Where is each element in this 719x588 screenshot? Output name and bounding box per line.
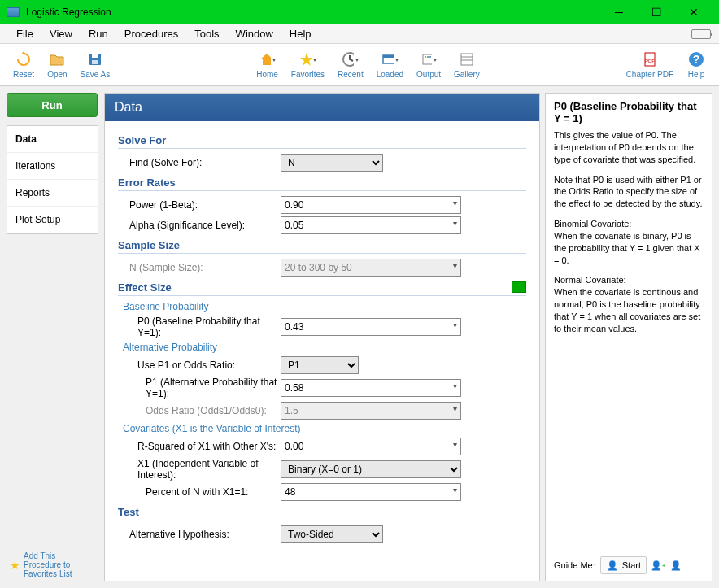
label-x1: X1 (Independent Variable of Interest): <box>118 458 281 481</box>
toolbar-recent-label: Recent <box>338 70 364 79</box>
input-p1[interactable] <box>281 379 461 397</box>
guide-start-label: Start <box>622 560 641 570</box>
menu-window[interactable]: Window <box>228 26 281 41</box>
person-plus-icon[interactable]: 👤+ <box>651 559 665 572</box>
menu-view[interactable]: View <box>41 26 81 41</box>
svg-point-9 <box>429 56 431 58</box>
window-icon: ▾ <box>381 50 399 68</box>
svg-rect-6 <box>423 54 432 64</box>
input-p0[interactable] <box>281 318 461 336</box>
person-icon: 👤 <box>606 559 619 572</box>
maximize-button[interactable]: ☐ <box>638 0 675 24</box>
star-icon: ★ <box>10 559 20 572</box>
label-p1: P1 (Alternative Probability that Y=1): <box>118 377 281 399</box>
person-check-icon[interactable]: 👤 <box>669 559 682 572</box>
add-to-favorites-link[interactable]: ★ Add This Procedure to Favorites List <box>7 548 98 581</box>
help-p4h: Normal Covariate: <box>554 275 626 285</box>
gallery-icon <box>458 50 476 68</box>
star-icon: ▾ <box>298 50 316 68</box>
guide-start-button[interactable]: 👤 Start <box>600 556 647 574</box>
toolbar-help-label: Help <box>688 70 705 79</box>
form-pane: Data Solve For Find (Solve For): N Error… <box>104 93 540 581</box>
label-find: Find (Solve For): <box>118 157 281 168</box>
clock-icon: ▾ <box>342 50 360 68</box>
select-althyp[interactable]: Two-Sided <box>281 525 383 543</box>
toolbar-home[interactable]: ▾ Home <box>250 49 285 81</box>
toolbar-help[interactable]: ? Help <box>680 49 712 81</box>
svg-text:?: ? <box>693 53 700 66</box>
add-to-favorites-label: Add This Procedure to Favorites List <box>24 551 72 578</box>
select-x1[interactable]: Binary (X=0 or 1) <box>281 460 461 478</box>
help-p4: When the covariate is continous and norm… <box>554 287 700 333</box>
input-power[interactable] <box>281 196 461 214</box>
toolbar-gallery[interactable]: Gallery <box>447 49 486 81</box>
output-icon: ▾ <box>420 50 438 68</box>
help-body: This gives the value of P0. The interpre… <box>554 129 704 343</box>
help-p2: Note that P0 is used with either P1 or t… <box>554 174 704 211</box>
help-p1: This gives the value of P0. The interpre… <box>554 129 704 166</box>
form-title: Data <box>105 94 539 121</box>
menu-file[interactable]: File <box>8 26 41 41</box>
toolbar-reset[interactable]: Reset <box>7 49 41 81</box>
menubar: File View Run Procedures Tools Window He… <box>0 24 719 44</box>
svg-rect-1 <box>92 54 98 58</box>
toolbar-output[interactable]: ▾ Output <box>410 49 447 81</box>
section-test: Test <box>118 506 526 520</box>
toolbar-favorites[interactable]: ▾ Favorites <box>285 49 331 81</box>
svg-rect-10 <box>461 54 473 65</box>
menu-procedures[interactable]: Procedures <box>116 26 186 41</box>
titlebar: Logistic Regression ─ ☐ ✕ <box>0 0 719 24</box>
label-alpha: Alpha (Significance Level): <box>118 220 281 231</box>
toolbar: Reset Open Save As ▾ Home ▾ Favorites ▾ … <box>0 44 719 86</box>
label-oddsratio: Odds Ratio (Odds1/Odds0): <box>118 405 281 416</box>
effectsize-badge-icon[interactable] <box>512 281 526 293</box>
section-errorrates: Error Rates <box>118 176 526 191</box>
close-button[interactable]: ✕ <box>675 0 712 24</box>
svg-rect-2 <box>92 60 98 64</box>
label-rsq: R-Squared of X1 with Other X's: <box>118 441 281 452</box>
window-title: Logistic Regression <box>26 7 600 18</box>
input-n <box>281 259 461 277</box>
toolbar-open[interactable]: Open <box>41 49 73 81</box>
tab-data[interactable]: Data <box>7 126 98 153</box>
run-button[interactable]: Run <box>7 93 98 117</box>
tab-iterations[interactable]: Iterations <box>7 153 98 180</box>
toolbar-chapterpdf[interactable]: PDF Chapter PDF <box>620 49 680 81</box>
label-n: N (Sample Size): <box>118 262 281 273</box>
input-pctn[interactable] <box>281 483 461 501</box>
toolbar-home-label: Home <box>256 70 278 79</box>
tab-reports[interactable]: Reports <box>7 180 98 207</box>
section-samplesize: Sample Size <box>118 239 526 254</box>
select-find[interactable]: N <box>281 154 383 172</box>
guide-bar: Guide Me: 👤 Start 👤+ 👤 <box>554 551 704 574</box>
toolbar-recent[interactable]: ▾ Recent <box>331 49 370 81</box>
toolbar-saveas-label: Save As <box>81 70 111 79</box>
save-icon <box>86 50 104 68</box>
menu-run[interactable]: Run <box>81 26 116 41</box>
guide-label: Guide Me: <box>554 560 595 570</box>
svg-point-3 <box>343 53 354 66</box>
label-pctn: Percent of N with X1=1: <box>118 486 281 498</box>
tab-list: Data Iterations Reports Plot Setup <box>7 125 98 234</box>
input-rsq[interactable] <box>281 438 461 455</box>
toolbar-open-label: Open <box>47 70 67 79</box>
select-usep1[interactable]: P1 <box>281 356 359 374</box>
minimize-button[interactable]: ─ <box>600 0 638 24</box>
reset-icon <box>15 50 33 68</box>
subsection-covariates: Covariates (X1 is the Variable of Intere… <box>123 423 526 434</box>
left-sidebar: Run Data Iterations Reports Plot Setup ★… <box>0 86 104 588</box>
toolbar-output-label: Output <box>416 70 441 79</box>
help-p3h: Binomial Covariate: <box>554 219 631 229</box>
menu-tools[interactable]: Tools <box>186 26 227 41</box>
tab-plotsetup[interactable]: Plot Setup <box>7 207 98 233</box>
help-icon: ? <box>687 50 705 68</box>
battery-icon <box>691 29 711 39</box>
menu-help[interactable]: Help <box>281 26 320 41</box>
svg-point-8 <box>427 56 429 58</box>
toolbar-saveas[interactable]: Save As <box>74 49 117 81</box>
toolbar-gallery-label: Gallery <box>454 70 480 79</box>
toolbar-favorites-label: Favorites <box>291 70 325 79</box>
svg-point-7 <box>425 56 426 58</box>
toolbar-loaded[interactable]: ▾ Loaded <box>370 49 410 81</box>
input-alpha[interactable] <box>281 216 461 234</box>
